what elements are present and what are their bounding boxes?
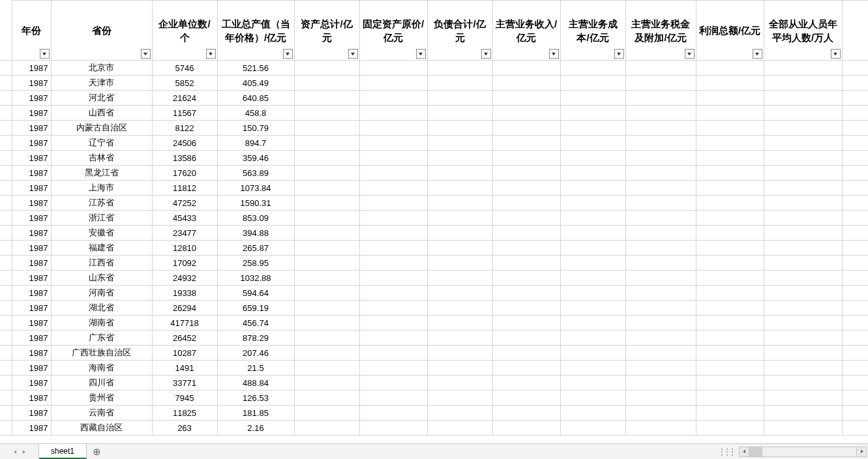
empty-cell[interactable] <box>764 226 842 241</box>
cell-province[interactable]: 广西壮族自治区 <box>51 346 152 361</box>
empty-cell[interactable] <box>696 331 764 346</box>
cell-units[interactable]: 33771 <box>152 376 217 391</box>
empty-cell[interactable] <box>359 256 427 271</box>
empty-cell[interactable] <box>625 316 696 331</box>
empty-cell[interactable] <box>492 406 560 421</box>
empty-cell[interactable] <box>427 226 492 241</box>
empty-cell[interactable] <box>560 136 625 151</box>
cell-output[interactable]: 456.74 <box>217 316 294 331</box>
empty-cell[interactable] <box>294 241 359 256</box>
empty-cell[interactable] <box>294 376 359 391</box>
empty-cell[interactable] <box>359 301 427 316</box>
row-header[interactable] <box>0 316 12 331</box>
cell-output[interactable]: 405.49 <box>217 76 294 91</box>
empty-cell[interactable] <box>492 196 560 211</box>
empty-cell[interactable] <box>842 196 868 211</box>
empty-cell[interactable] <box>696 226 764 241</box>
empty-cell[interactable] <box>294 421 359 436</box>
empty-cell[interactable] <box>560 256 625 271</box>
empty-cell[interactable] <box>696 136 764 151</box>
empty-cell[interactable] <box>625 256 696 271</box>
cell-province[interactable]: 贵州省 <box>51 391 152 406</box>
scroll-right-button[interactable] <box>856 447 867 457</box>
row-header[interactable] <box>0 196 12 211</box>
empty-cell[interactable] <box>427 121 492 136</box>
empty-cell[interactable] <box>842 361 868 376</box>
empty-cell[interactable] <box>492 106 560 121</box>
empty-cell[interactable] <box>696 61 764 76</box>
row-header[interactable] <box>0 91 12 106</box>
empty-cell[interactable] <box>294 166 359 181</box>
empty-cell[interactable] <box>625 211 696 226</box>
empty-cell[interactable] <box>696 151 764 166</box>
empty-cell[interactable] <box>625 286 696 301</box>
cell-year[interactable]: 1987 <box>12 211 51 226</box>
empty-cell[interactable] <box>492 361 560 376</box>
empty-cell[interactable] <box>842 331 868 346</box>
cell-year[interactable]: 1987 <box>12 121 51 136</box>
empty-cell[interactable] <box>842 346 868 361</box>
empty-cell[interactable] <box>625 271 696 286</box>
empty-cell[interactable] <box>427 241 492 256</box>
cell-units[interactable]: 1491 <box>152 361 217 376</box>
sheet-tab-sheet1[interactable]: sheet1 <box>39 444 87 459</box>
empty-cell[interactable] <box>842 271 868 286</box>
row-header[interactable] <box>0 151 12 166</box>
cell-province[interactable]: 辽宁省 <box>51 136 152 151</box>
cell-units[interactable]: 45433 <box>152 211 217 226</box>
cell-units[interactable]: 5746 <box>152 61 217 76</box>
empty-cell[interactable] <box>427 286 492 301</box>
cell-output[interactable]: 181.85 <box>217 406 294 421</box>
empty-cell[interactable] <box>359 61 427 76</box>
empty-cell[interactable] <box>696 391 764 406</box>
empty-cell[interactable] <box>492 256 560 271</box>
empty-cell[interactable] <box>625 121 696 136</box>
empty-cell[interactable] <box>427 106 492 121</box>
cell-year[interactable]: 1987 <box>12 166 51 181</box>
row-header[interactable] <box>0 421 12 436</box>
empty-cell[interactable] <box>492 121 560 136</box>
cell-year[interactable]: 1987 <box>12 151 51 166</box>
cell-units[interactable]: 10287 <box>152 346 217 361</box>
empty-cell[interactable] <box>764 301 842 316</box>
empty-cell[interactable] <box>764 391 842 406</box>
empty-cell[interactable] <box>842 406 868 421</box>
cell-output[interactable]: 878.29 <box>217 331 294 346</box>
empty-cell[interactable] <box>764 406 842 421</box>
empty-cell[interactable] <box>492 151 560 166</box>
empty-cell[interactable] <box>294 76 359 91</box>
cell-year[interactable]: 1987 <box>12 196 51 211</box>
empty-cell[interactable] <box>696 76 764 91</box>
cell-output[interactable]: 258.95 <box>217 256 294 271</box>
scroll-thumb[interactable] <box>749 447 762 456</box>
empty-cell[interactable] <box>696 241 764 256</box>
empty-cell[interactable] <box>294 316 359 331</box>
cell-province[interactable]: 海南省 <box>51 361 152 376</box>
empty-cell[interactable] <box>294 61 359 76</box>
empty-cell[interactable] <box>560 361 625 376</box>
empty-cell[interactable] <box>492 391 560 406</box>
row-header[interactable] <box>0 211 12 226</box>
empty-cell[interactable] <box>560 181 625 196</box>
cell-output[interactable]: 853.09 <box>217 211 294 226</box>
row-header[interactable] <box>0 121 12 136</box>
cell-province[interactable]: 内蒙古自治区 <box>51 121 152 136</box>
cell-year[interactable]: 1987 <box>12 376 51 391</box>
cell-output[interactable]: 150.79 <box>217 121 294 136</box>
empty-cell[interactable] <box>696 286 764 301</box>
column-header[interactable]: 主营业务收入/亿元 <box>492 1 560 61</box>
cell-units[interactable]: 11567 <box>152 106 217 121</box>
cell-province[interactable]: 黑龙江省 <box>51 166 152 181</box>
cell-units[interactable]: 7945 <box>152 391 217 406</box>
filter-dropdown-button[interactable] <box>753 49 762 59</box>
empty-cell[interactable] <box>294 331 359 346</box>
empty-cell[interactable] <box>696 271 764 286</box>
empty-cell[interactable] <box>560 61 625 76</box>
empty-cell[interactable] <box>560 421 625 436</box>
cell-province[interactable]: 北京市 <box>51 61 152 76</box>
empty-cell[interactable] <box>492 211 560 226</box>
row-header[interactable] <box>0 406 12 421</box>
empty-cell[interactable] <box>427 376 492 391</box>
cell-year[interactable]: 1987 <box>12 76 51 91</box>
cell-units[interactable]: 11812 <box>152 181 217 196</box>
